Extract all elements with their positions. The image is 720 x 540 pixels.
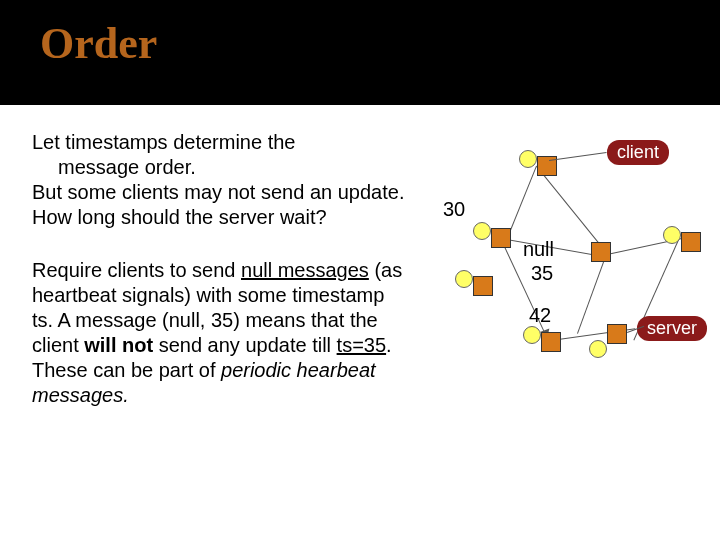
node-circle bbox=[523, 326, 541, 344]
label-30: 30 bbox=[443, 198, 465, 221]
p1-line1a: Let timestamps determine the bbox=[32, 130, 411, 155]
text-column: Let timestamps determine the message ord… bbox=[32, 130, 411, 410]
paragraph-1: Let timestamps determine the message ord… bbox=[32, 130, 411, 230]
callout-line bbox=[549, 152, 607, 161]
node-circle bbox=[589, 340, 607, 358]
node-box bbox=[473, 276, 493, 296]
content-area: Let timestamps determine the message ord… bbox=[0, 105, 720, 410]
title-bar: Order bbox=[0, 0, 720, 105]
node-box bbox=[491, 228, 511, 248]
paragraph-2: Require clients to send null messages (a… bbox=[32, 258, 411, 408]
p1-line1b: message order. bbox=[32, 155, 411, 180]
label-35: 35 bbox=[531, 262, 553, 285]
node-circle bbox=[455, 270, 473, 288]
node-box bbox=[681, 232, 701, 252]
node-circle bbox=[663, 226, 681, 244]
label-42: 42 bbox=[529, 304, 551, 327]
node-box bbox=[541, 332, 561, 352]
network-diagram: 30 null 35 42 client server bbox=[411, 130, 710, 410]
p2-willnot: will not bbox=[84, 334, 153, 356]
p2-pre: Require clients to send bbox=[32, 259, 241, 281]
node-box bbox=[607, 324, 627, 344]
p1-line2: But some clients may not send an update. bbox=[32, 181, 404, 203]
p2-null-msgs: null messages bbox=[241, 259, 369, 281]
server-callout: server bbox=[637, 316, 707, 341]
node-box bbox=[591, 242, 611, 262]
p1-line3: How long should the server wait? bbox=[32, 206, 327, 228]
edge bbox=[507, 166, 536, 237]
node-circle bbox=[473, 222, 491, 240]
p2-ts35: ts=35 bbox=[337, 334, 386, 356]
p2-mid2: send any update till bbox=[153, 334, 336, 356]
slide-title: Order bbox=[40, 18, 720, 69]
label-null: null bbox=[523, 238, 554, 261]
edge bbox=[577, 254, 607, 334]
node-circle bbox=[519, 150, 537, 168]
client-callout: client bbox=[607, 140, 669, 165]
